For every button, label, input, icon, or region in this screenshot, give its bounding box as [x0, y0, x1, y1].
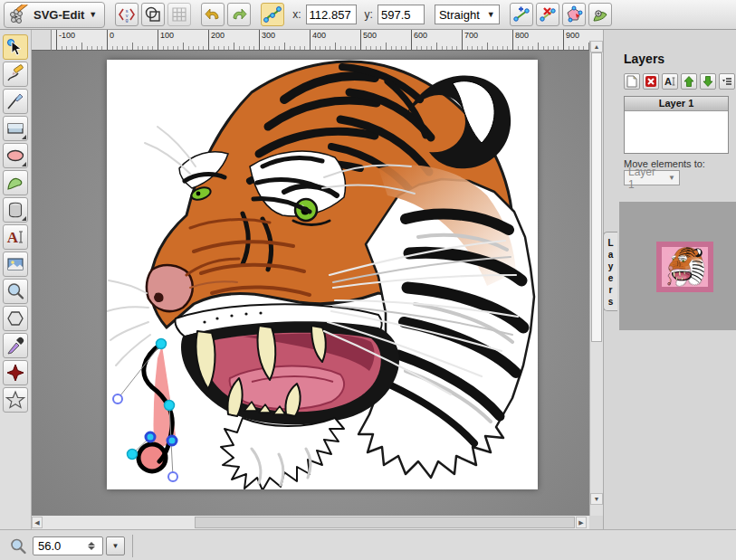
shape-library-button[interactable] [3, 197, 28, 223]
scroll-left-button[interactable]: ◀ [32, 517, 43, 528]
redo-button[interactable] [227, 3, 251, 26]
ruler-top-label: 700 [464, 31, 478, 40]
ruler-top: -10001002003004005006007008009001000 [52, 30, 603, 51]
cross-shape-tool-icon [5, 363, 25, 383]
node-tool-icon [263, 5, 282, 24]
control-handle-lines [118, 344, 173, 477]
move-elements-select[interactable]: Layer 1 ▼ [624, 170, 680, 185]
svg-text:A: A [7, 229, 19, 246]
node-tool-button[interactable] [261, 3, 284, 26]
y-input[interactable] [378, 5, 425, 24]
layer-buttons-row: A [624, 73, 735, 90]
open-path-icon [565, 5, 583, 24]
line-tool-button[interactable] [3, 89, 28, 114]
delete-node-button[interactable] [536, 3, 559, 26]
zoom-step-up-icon[interactable] [88, 542, 95, 546]
horizontal-scrollbar[interactable]: ◀ ▶ [32, 516, 589, 529]
scroll-right-button[interactable]: ▶ [576, 517, 587, 528]
rectangle-tool-icon [5, 119, 25, 138]
path-node[interactable] [157, 339, 167, 349]
vertical-scroll-thumb[interactable] [591, 52, 602, 342]
top-toolbar: SVG-Edit ▼ s v g [0, 0, 736, 30]
layer-options-button[interactable] [719, 73, 735, 90]
zoom-step-down-icon[interactable] [88, 546, 95, 550]
zoom-level-field[interactable] [33, 536, 103, 555]
layer-down-icon [702, 75, 714, 88]
path-control-handle[interactable] [168, 472, 177, 481]
pencil-tool-button[interactable] [3, 62, 28, 87]
move-elements-value: Layer 1 [628, 166, 663, 191]
rectangle-tool-button[interactable] [3, 116, 28, 141]
grid-button[interactable] [167, 3, 191, 26]
zoom-level-input[interactable] [33, 539, 85, 553]
edit-source-button[interactable]: s v g [115, 3, 139, 26]
zoom-tool-button[interactable] [3, 279, 28, 304]
new-layer-icon [626, 75, 638, 88]
path-node-selected[interactable] [167, 436, 177, 445]
ellipse-tool-icon [5, 146, 25, 166]
star-tool-button[interactable] [3, 387, 28, 413]
path-tool-button[interactable] [3, 170, 28, 195]
select-tool-button[interactable] [3, 34, 28, 60]
ruler-top-label: 800 [515, 31, 529, 40]
zoom-stepper[interactable] [85, 537, 98, 555]
svg-text:g: g [126, 17, 129, 23]
select-tool-icon [5, 37, 25, 57]
pencil-tool-icon [5, 64, 25, 84]
main-menu-label: SVG-Edit [33, 8, 84, 22]
svg-canvas[interactable] [107, 60, 538, 489]
layer-options-icon [721, 75, 733, 88]
scroll-up-button[interactable]: ▲ [590, 41, 603, 52]
delete-layer-button[interactable] [643, 73, 659, 90]
ruler-top-label: 600 [414, 31, 427, 40]
reorient-path-button[interactable] [588, 3, 612, 26]
delete-layer-icon [645, 75, 657, 88]
add-node-button[interactable] [510, 3, 533, 26]
rename-layer-button[interactable]: A [662, 73, 678, 90]
layers-panel-title: Layers [624, 52, 664, 66]
main-menu-button[interactable]: SVG-Edit ▼ [4, 2, 105, 28]
layer-list[interactable]: Layer 1 [624, 96, 729, 154]
open-path-button[interactable] [562, 3, 586, 26]
new-layer-button[interactable] [624, 73, 640, 90]
path-tool-icon [5, 173, 25, 193]
left-tool-palette: A [0, 30, 32, 529]
image-tool-button[interactable] [3, 252, 28, 277]
edit-source-icon: s v g [118, 5, 136, 24]
text-tool-button[interactable]: A [3, 224, 28, 250]
path-node[interactable] [128, 450, 138, 460]
move-layer-up-button[interactable] [681, 73, 697, 90]
polygon-tool-button[interactable] [3, 306, 28, 331]
segment-type-value: Straight [439, 8, 480, 22]
star-tool-icon [5, 390, 25, 410]
path-edit-overlay[interactable] [107, 60, 538, 489]
segment-type-select[interactable]: Straight ▼ [435, 5, 500, 24]
vertical-scrollbar[interactable]: ▲ ▼ [589, 41, 603, 516]
wireframe-icon [144, 5, 162, 24]
rename-layer-icon: A [664, 75, 676, 88]
path-node[interactable] [165, 401, 175, 411]
undo-button[interactable] [201, 3, 225, 26]
eyedropper-tool-button[interactable] [3, 333, 28, 358]
reorient-path-icon [591, 5, 609, 24]
workspace[interactable] [32, 51, 589, 516]
x-input[interactable] [306, 5, 357, 24]
undo-icon [204, 5, 222, 24]
ruler-top-label: 900 [566, 31, 579, 40]
horizontal-scroll-thumb[interactable] [195, 517, 575, 528]
cross-shape-tool-button[interactable] [3, 360, 28, 385]
layer-list-header[interactable]: Layer 1 [625, 97, 728, 111]
scroll-down-button[interactable]: ▼ [590, 493, 603, 505]
layer-thumbnail[interactable] [656, 242, 713, 292]
zoom-preset-dropdown[interactable]: ▼ [106, 536, 125, 555]
path-node-selected[interactable] [146, 432, 155, 441]
ellipse-tool-button[interactable] [3, 143, 28, 168]
grid-icon [170, 5, 188, 24]
wireframe-button[interactable] [141, 3, 165, 26]
canvas-overview [619, 202, 736, 330]
layers-panel: Layers A [603, 30, 736, 529]
move-layer-down-button[interactable] [700, 73, 716, 90]
ruler-top-label: 0 [110, 31, 114, 40]
path-control-handle[interactable] [113, 394, 122, 403]
layers-panel-tab[interactable]: L a y e r s [603, 232, 617, 311]
